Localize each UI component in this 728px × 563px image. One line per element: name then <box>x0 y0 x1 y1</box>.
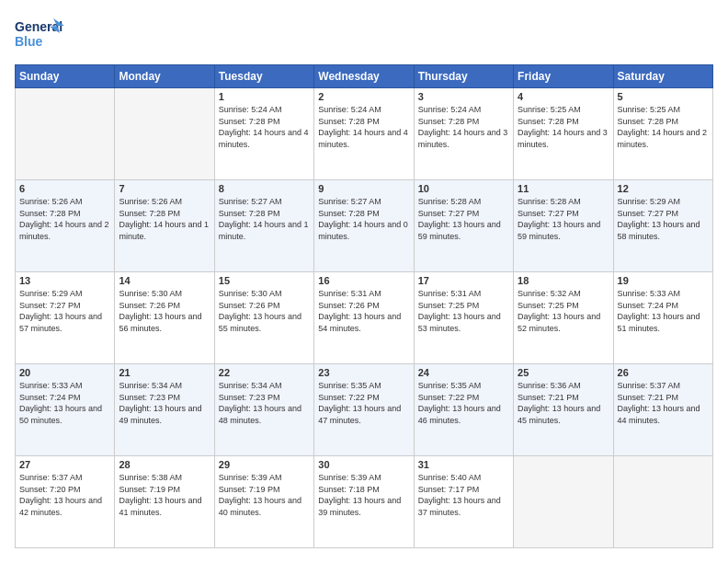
logo-svg: GeneralBlue <box>15 15 70 55</box>
calendar-day: 2Sunrise: 5:24 AMSunset: 7:28 PMDaylight… <box>314 88 414 180</box>
day-number: 16 <box>318 275 409 286</box>
day-number: 12 <box>618 183 709 194</box>
day-header-friday: Friday <box>514 65 613 88</box>
day-number: 6 <box>19 183 110 194</box>
logo: GeneralBlue <box>15 15 70 55</box>
day-number: 11 <box>518 183 609 194</box>
day-number: 7 <box>119 183 210 194</box>
day-number: 14 <box>119 275 210 286</box>
calendar-header-row: SundayMondayTuesdayWednesdayThursdayFrid… <box>16 65 713 88</box>
day-info: Sunrise: 5:30 AMSunset: 7:26 PMDaylight:… <box>219 288 310 334</box>
calendar-day: 3Sunrise: 5:24 AMSunset: 7:28 PMDaylight… <box>414 88 513 180</box>
calendar-day: 15Sunrise: 5:30 AMSunset: 7:26 PMDayligh… <box>214 272 313 364</box>
day-number: 19 <box>618 275 709 286</box>
calendar-day: 22Sunrise: 5:34 AMSunset: 7:23 PMDayligh… <box>214 364 313 456</box>
calendar-day: 14Sunrise: 5:30 AMSunset: 7:26 PMDayligh… <box>115 272 214 364</box>
header: GeneralBlue <box>15 15 713 55</box>
day-number: 15 <box>219 275 310 286</box>
calendar-day: 17Sunrise: 5:31 AMSunset: 7:25 PMDayligh… <box>414 272 513 364</box>
calendar-day: 12Sunrise: 5:29 AMSunset: 7:27 PMDayligh… <box>613 180 712 272</box>
calendar-day: 16Sunrise: 5:31 AMSunset: 7:26 PMDayligh… <box>314 272 414 364</box>
day-info: Sunrise: 5:24 AMSunset: 7:28 PMDaylight:… <box>318 104 409 150</box>
day-number: 24 <box>418 367 509 378</box>
calendar-week-2: 6Sunrise: 5:26 AMSunset: 7:28 PMDaylight… <box>16 180 713 272</box>
day-number: 1 <box>219 91 310 102</box>
calendar-day: 23Sunrise: 5:35 AMSunset: 7:22 PMDayligh… <box>314 364 414 456</box>
calendar-day: 19Sunrise: 5:33 AMSunset: 7:24 PMDayligh… <box>613 272 712 364</box>
calendar-day <box>613 456 712 548</box>
calendar-day: 24Sunrise: 5:35 AMSunset: 7:22 PMDayligh… <box>414 364 513 456</box>
calendar-day: 6Sunrise: 5:26 AMSunset: 7:28 PMDaylight… <box>16 180 115 272</box>
day-number: 3 <box>418 91 509 102</box>
day-header-thursday: Thursday <box>414 65 513 88</box>
day-number: 9 <box>318 183 409 194</box>
day-info: Sunrise: 5:39 AMSunset: 7:18 PMDaylight:… <box>318 472 409 518</box>
calendar-day: 21Sunrise: 5:34 AMSunset: 7:23 PMDayligh… <box>115 364 214 456</box>
calendar-day: 26Sunrise: 5:37 AMSunset: 7:21 PMDayligh… <box>613 364 712 456</box>
day-info: Sunrise: 5:32 AMSunset: 7:25 PMDaylight:… <box>518 288 609 334</box>
day-number: 10 <box>418 183 509 194</box>
day-info: Sunrise: 5:26 AMSunset: 7:28 PMDaylight:… <box>19 196 110 242</box>
day-info: Sunrise: 5:27 AMSunset: 7:28 PMDaylight:… <box>318 196 409 242</box>
calendar-day: 25Sunrise: 5:36 AMSunset: 7:21 PMDayligh… <box>514 364 613 456</box>
day-header-wednesday: Wednesday <box>314 65 414 88</box>
day-number: 28 <box>119 459 210 470</box>
day-info: Sunrise: 5:31 AMSunset: 7:25 PMDaylight:… <box>418 288 509 334</box>
calendar-day: 31Sunrise: 5:40 AMSunset: 7:17 PMDayligh… <box>414 456 513 548</box>
day-info: Sunrise: 5:40 AMSunset: 7:17 PMDaylight:… <box>418 472 509 518</box>
day-number: 22 <box>219 367 310 378</box>
day-header-tuesday: Tuesday <box>214 65 313 88</box>
calendar-day <box>514 456 613 548</box>
day-info: Sunrise: 5:33 AMSunset: 7:24 PMDaylight:… <box>19 380 110 426</box>
calendar-day: 28Sunrise: 5:38 AMSunset: 7:19 PMDayligh… <box>115 456 214 548</box>
calendar-day: 20Sunrise: 5:33 AMSunset: 7:24 PMDayligh… <box>16 364 115 456</box>
day-info: Sunrise: 5:29 AMSunset: 7:27 PMDaylight:… <box>618 196 709 242</box>
svg-text:Blue: Blue <box>15 34 43 49</box>
day-info: Sunrise: 5:35 AMSunset: 7:22 PMDaylight:… <box>318 380 409 426</box>
day-info: Sunrise: 5:31 AMSunset: 7:26 PMDaylight:… <box>318 288 409 334</box>
calendar-day <box>16 88 115 180</box>
calendar-day <box>115 88 214 180</box>
calendar-week-1: 1Sunrise: 5:24 AMSunset: 7:28 PMDaylight… <box>16 88 713 180</box>
day-info: Sunrise: 5:37 AMSunset: 7:20 PMDaylight:… <box>19 472 110 518</box>
day-info: Sunrise: 5:24 AMSunset: 7:28 PMDaylight:… <box>418 104 509 150</box>
calendar-day: 8Sunrise: 5:27 AMSunset: 7:28 PMDaylight… <box>214 180 313 272</box>
day-number: 31 <box>418 459 509 470</box>
day-info: Sunrise: 5:38 AMSunset: 7:19 PMDaylight:… <box>119 472 210 518</box>
day-number: 5 <box>618 91 709 102</box>
day-number: 26 <box>618 367 709 378</box>
day-number: 29 <box>219 459 310 470</box>
calendar-table: SundayMondayTuesdayWednesdayThursdayFrid… <box>15 64 713 548</box>
day-info: Sunrise: 5:24 AMSunset: 7:28 PMDaylight:… <box>219 104 310 150</box>
day-info: Sunrise: 5:39 AMSunset: 7:19 PMDaylight:… <box>219 472 310 518</box>
calendar-day: 11Sunrise: 5:28 AMSunset: 7:27 PMDayligh… <box>514 180 613 272</box>
day-number: 25 <box>518 367 609 378</box>
calendar-day: 27Sunrise: 5:37 AMSunset: 7:20 PMDayligh… <box>16 456 115 548</box>
day-number: 21 <box>119 367 210 378</box>
day-header-monday: Monday <box>115 65 214 88</box>
day-header-saturday: Saturday <box>613 65 712 88</box>
day-info: Sunrise: 5:37 AMSunset: 7:21 PMDaylight:… <box>618 380 709 426</box>
calendar-day: 13Sunrise: 5:29 AMSunset: 7:27 PMDayligh… <box>16 272 115 364</box>
calendar-week-5: 27Sunrise: 5:37 AMSunset: 7:20 PMDayligh… <box>16 456 713 548</box>
day-info: Sunrise: 5:29 AMSunset: 7:27 PMDaylight:… <box>19 288 110 334</box>
day-info: Sunrise: 5:33 AMSunset: 7:24 PMDaylight:… <box>618 288 709 334</box>
calendar-day: 18Sunrise: 5:32 AMSunset: 7:25 PMDayligh… <box>514 272 613 364</box>
day-info: Sunrise: 5:26 AMSunset: 7:28 PMDaylight:… <box>119 196 210 242</box>
calendar-week-4: 20Sunrise: 5:33 AMSunset: 7:24 PMDayligh… <box>16 364 713 456</box>
day-number: 27 <box>19 459 110 470</box>
day-number: 13 <box>19 275 110 286</box>
calendar-day: 30Sunrise: 5:39 AMSunset: 7:18 PMDayligh… <box>314 456 414 548</box>
day-info: Sunrise: 5:30 AMSunset: 7:26 PMDaylight:… <box>119 288 210 334</box>
day-info: Sunrise: 5:28 AMSunset: 7:27 PMDaylight:… <box>518 196 609 242</box>
day-info: Sunrise: 5:27 AMSunset: 7:28 PMDaylight:… <box>219 196 310 242</box>
day-number: 2 <box>318 91 409 102</box>
day-info: Sunrise: 5:36 AMSunset: 7:21 PMDaylight:… <box>518 380 609 426</box>
day-number: 18 <box>518 275 609 286</box>
day-info: Sunrise: 5:25 AMSunset: 7:28 PMDaylight:… <box>618 104 709 150</box>
calendar-page: GeneralBlue SundayMondayTuesdayWednesday… <box>0 0 728 563</box>
calendar-day: 5Sunrise: 5:25 AMSunset: 7:28 PMDaylight… <box>613 88 712 180</box>
day-info: Sunrise: 5:34 AMSunset: 7:23 PMDaylight:… <box>219 380 310 426</box>
day-number: 20 <box>19 367 110 378</box>
day-number: 17 <box>418 275 509 286</box>
